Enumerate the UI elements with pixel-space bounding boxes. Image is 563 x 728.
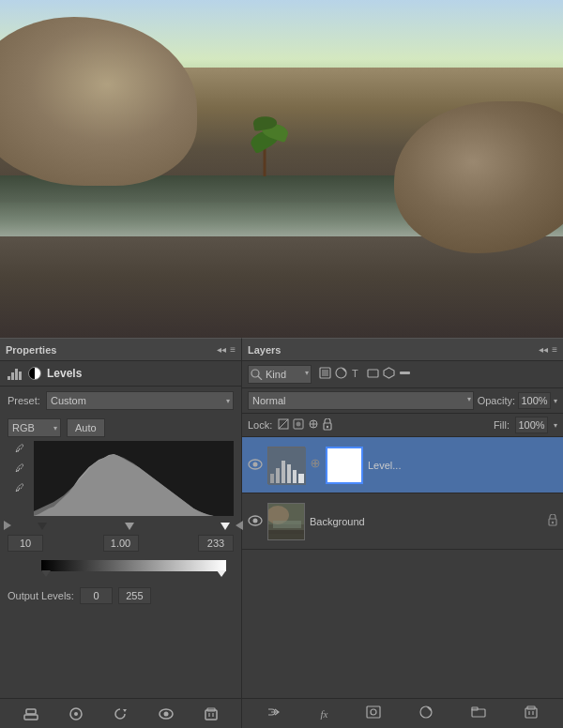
black-point-arrow[interactable] (38, 523, 47, 530)
link-layers-button[interactable] (267, 706, 282, 720)
layers-menu-icon[interactable]: ≡ (552, 344, 557, 355)
lock-all-icon[interactable] (323, 418, 332, 432)
svg-point-53 (552, 522, 554, 523)
layer-name-background: Background (310, 516, 365, 527)
opacity-row: Opacity: 100% ▾ (478, 392, 557, 409)
black-input[interactable]: 10 (8, 535, 43, 552)
lock-image-icon[interactable] (293, 418, 304, 432)
right-side-arrow (236, 521, 243, 530)
delete-layer-button[interactable] (525, 705, 538, 721)
preset-row: Preset: Custom Default Increase Contrast… (0, 387, 241, 415)
properties-title: Properties (6, 344, 56, 356)
svg-point-55 (371, 709, 376, 715)
layer-row-background[interactable]: Background (242, 493, 563, 550)
black-eyedropper-icon[interactable]: 🖊 (15, 441, 32, 454)
filter-smartobj-icon[interactable] (383, 367, 395, 382)
preset-select[interactable]: Custom Default Increase Contrast 1 Light… (46, 391, 234, 410)
layers-toolbar: fx (242, 698, 563, 728)
svg-rect-42 (293, 470, 297, 483)
output-white-input[interactable]: 255 (118, 587, 151, 604)
output-white-arrow[interactable] (217, 570, 226, 577)
filter-pixel-icon[interactable] (319, 367, 331, 382)
kind-filter-row: Kind Name Effect Mode ▾ T (242, 361, 563, 388)
midtone-input[interactable]: 1.00 (103, 535, 139, 552)
svg-rect-0 (8, 376, 10, 380)
histogram-chart (34, 441, 234, 516)
white-input[interactable]: 233 (198, 535, 234, 552)
white-point-arrow[interactable] (221, 523, 230, 530)
properties-menu-icon[interactable]: ≡ (230, 344, 236, 355)
layer-lock-icon (548, 514, 557, 528)
layer-chain-icon-levels (310, 458, 321, 472)
add-adjustment-button[interactable] (419, 705, 433, 721)
svg-point-12 (163, 711, 168, 716)
svg-rect-3 (19, 372, 22, 380)
svg-point-34 (327, 425, 328, 427)
delete-button[interactable] (205, 707, 218, 720)
lock-icons (278, 418, 332, 432)
svg-rect-40 (282, 461, 285, 483)
add-clip-button[interactable] (23, 707, 38, 720)
kind-select-wrapper: Kind Name Effect Mode ▾ (248, 365, 312, 384)
left-side-arrow (4, 521, 11, 530)
auto-button[interactable]: Auto (67, 418, 105, 437)
layer-visibility-icon-bg[interactable] (248, 514, 263, 529)
layers-collapse-icon[interactable]: ◂◂ (539, 344, 548, 355)
layers-panel: Layers ◂◂ ≡ Kind Name Effect Mode ▾ (242, 338, 563, 728)
create-group-button[interactable] (471, 706, 486, 720)
filter-adjustment-icon[interactable] (335, 367, 347, 382)
layer-visibility-icon-levels[interactable] (248, 458, 263, 473)
svg-rect-1 (11, 372, 14, 380)
svg-rect-25 (400, 372, 410, 374)
reset-button[interactable] (114, 707, 127, 720)
properties-collapse-icon[interactable]: ◂◂ (217, 344, 226, 355)
properties-toolbar (0, 698, 241, 728)
svg-rect-20 (322, 370, 328, 376)
view-previous-button[interactable] (69, 707, 83, 720)
add-mask-button[interactable] (366, 705, 381, 721)
filter-shape-icon[interactable] (367, 367, 379, 382)
gray-eyedropper-icon[interactable]: 🖊 (15, 461, 32, 474)
photo-canvas (0, 0, 563, 338)
properties-panel-controls: ◂◂ ≡ (217, 344, 236, 355)
layer-name-levels: Level... (368, 460, 401, 471)
svg-marker-24 (384, 368, 394, 378)
opacity-arrow-icon[interactable]: ▾ (554, 397, 557, 405)
svg-rect-39 (276, 468, 280, 483)
lock-fill-row: Lock: Fill: 100% ▾ (242, 414, 563, 437)
layers-panel-header: Layers ◂◂ ≡ (242, 339, 563, 361)
levels-header: Levels (0, 361, 241, 387)
fill-input[interactable]: 100% (515, 417, 548, 433)
opacity-input[interactable]: 100% (518, 392, 551, 409)
output-black-input[interactable]: 0 (80, 587, 113, 604)
output-levels-row: Output Levels: 0 255 (0, 584, 241, 608)
svg-rect-41 (287, 464, 291, 483)
svg-rect-54 (367, 706, 380, 718)
channel-select[interactable]: RGB Red Green Blue (8, 418, 61, 437)
svg-point-29 (297, 422, 301, 427)
input-levels-row: 10 1.00 233 (0, 533, 241, 554)
lock-transparent-icon[interactable] (278, 418, 289, 432)
blend-mode-select[interactable]: Normal Dissolve Darken Multiply Screen O… (248, 391, 474, 410)
white-eyedropper-icon[interactable]: 🖊 (15, 480, 32, 493)
svg-rect-38 (270, 474, 274, 483)
toggle-visibility-button[interactable] (159, 708, 174, 720)
filter-type-icon[interactable]: T (351, 367, 363, 382)
svg-rect-50 (268, 530, 305, 540)
output-black-arrow[interactable] (41, 570, 51, 577)
filter-more-icon[interactable] (399, 367, 411, 382)
background-thumb-img (268, 504, 305, 540)
svg-rect-43 (298, 474, 304, 483)
svg-marker-10 (123, 709, 127, 712)
layer-row-levels[interactable]: Level... (242, 437, 563, 493)
midtone-arrow[interactable] (125, 523, 134, 530)
svg-rect-23 (368, 370, 378, 377)
layer-fx-button[interactable]: fx (321, 708, 328, 720)
opacity-label: Opacity: (478, 395, 515, 406)
fill-label: Fill: (494, 419, 510, 431)
kind-select[interactable]: Kind Name Effect Mode (248, 365, 312, 384)
fill-arrow-icon[interactable]: ▾ (554, 421, 557, 430)
lock-position-icon[interactable] (308, 418, 319, 432)
svg-rect-7 (26, 709, 36, 714)
svg-point-9 (74, 712, 78, 716)
